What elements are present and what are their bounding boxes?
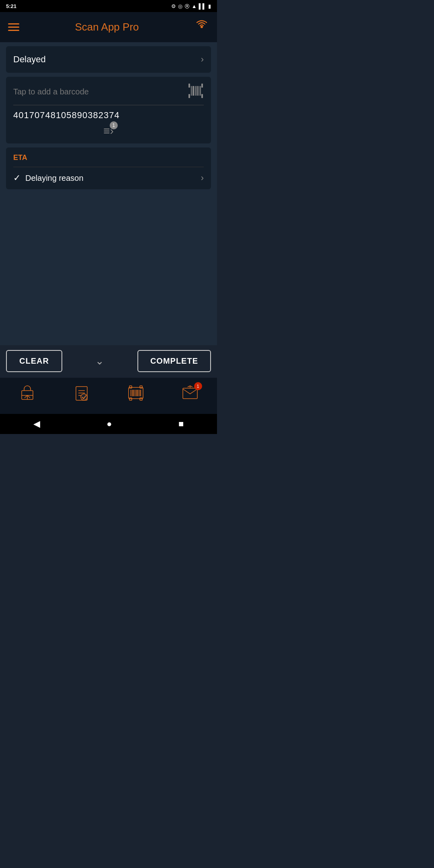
app-header: Scan App Pro: [0, 12, 217, 42]
svg-point-0: [201, 26, 203, 28]
delayed-chevron-icon: ›: [201, 54, 204, 65]
barcode-placeholder[interactable]: Tap to add a barcode: [13, 87, 89, 96]
delaying-reason-row[interactable]: ✓ Delaying reason ›: [13, 173, 204, 183]
clear-button[interactable]: CLEAR: [6, 350, 62, 372]
svg-rect-30: [183, 388, 197, 399]
svg-rect-10: [200, 86, 201, 96]
queue-icon[interactable]: ≡› 1: [103, 125, 114, 137]
eta-label: ETA: [13, 154, 204, 162]
svg-rect-6: [192, 86, 194, 96]
delaying-left: ✓ Delaying reason: [13, 173, 84, 183]
mail-icon: 1: [181, 384, 199, 405]
recents-button[interactable]: ■: [178, 419, 184, 429]
bottom-nav: 1: [0, 378, 217, 414]
eta-card: ETA ✓ Delaying reason ›: [6, 147, 211, 189]
svg-point-18: [81, 394, 87, 400]
svg-rect-4: [201, 94, 203, 98]
wifi-status-icon: ▲: [192, 3, 197, 9]
app-title: Scan App Pro: [75, 21, 139, 33]
signal-status-icon: ▌▌: [199, 3, 206, 9]
eta-divider: [13, 167, 204, 167]
delaying-reason-chevron-icon: ›: [201, 173, 204, 183]
nav-item-checklist[interactable]: [73, 384, 90, 405]
svg-rect-27: [140, 386, 142, 388]
status-time: 5:21: [6, 3, 16, 9]
svg-rect-2: [188, 94, 190, 98]
delayed-label: Delayed: [13, 54, 46, 65]
chevron-down-icon[interactable]: ⌄: [95, 355, 104, 367]
queue-row: ≡› 1: [13, 125, 204, 137]
queue-badge: 1: [110, 121, 118, 129]
barcode-value: 40170748105890382374: [13, 110, 204, 121]
hamburger-menu-button[interactable]: [8, 23, 19, 31]
action-button-row: CLEAR ⌄ COMPLETE: [6, 350, 211, 372]
location-status-icon: ⦿: [184, 3, 190, 9]
delaying-reason-label: Delaying reason: [25, 174, 84, 183]
barcode-scan-icon[interactable]: [188, 83, 204, 101]
back-button[interactable]: ◀: [33, 419, 40, 429]
check-icon: ✓: [13, 173, 20, 183]
scanner-nav-icon: [127, 384, 145, 405]
home-button[interactable]: ●: [106, 419, 112, 429]
bottom-action-bar: CLEAR ⌄ COMPLETE: [0, 345, 217, 382]
svg-rect-3: [201, 84, 203, 88]
delayed-card[interactable]: Delayed ›: [6, 46, 211, 73]
svg-rect-5: [191, 86, 192, 96]
status-icons: ⚙ ◎ ⦿ ▲ ▌▌ ▮: [171, 3, 211, 9]
battery-status-icon: ▮: [208, 3, 211, 9]
nav-item-mail[interactable]: 1: [181, 384, 199, 405]
svg-rect-26: [129, 386, 132, 388]
svg-rect-9: [199, 86, 199, 96]
svg-rect-28: [129, 398, 132, 400]
system-nav-bar: ◀ ● ■: [0, 414, 217, 434]
mail-badge: 1: [194, 382, 202, 390]
settings-status-icon: ⚙: [171, 3, 176, 9]
svg-rect-29: [140, 398, 142, 400]
svg-rect-8: [197, 86, 198, 96]
main-content: Delayed › Tap to add a barcode: [0, 42, 217, 350]
broadcast-signal-icon: [194, 19, 209, 36]
nav-item-pickup[interactable]: [18, 384, 36, 405]
at-status-icon: ◎: [178, 3, 182, 9]
svg-rect-7: [195, 86, 196, 96]
svg-rect-1: [188, 84, 190, 88]
barcode-card: Tap to add a barcode 4017074810589038237…: [6, 77, 211, 143]
checklist-icon: [73, 384, 90, 405]
complete-button[interactable]: COMPLETE: [137, 350, 211, 372]
status-bar: 5:21 ⚙ ◎ ⦿ ▲ ▌▌ ▮: [0, 0, 217, 12]
nav-item-scanner[interactable]: [127, 384, 145, 405]
pickup-icon: [18, 384, 36, 405]
barcode-input-row: Tap to add a barcode: [13, 83, 204, 105]
